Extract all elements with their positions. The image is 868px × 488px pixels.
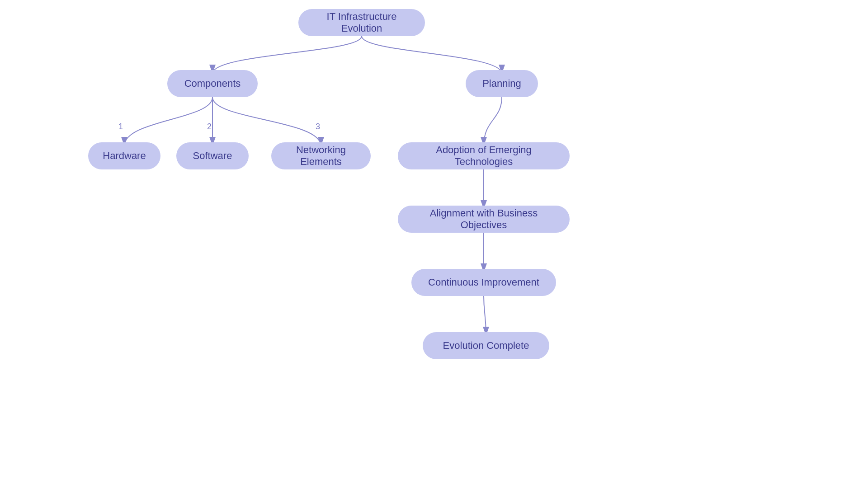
node-alignment: Alignment with Business Objectives	[398, 206, 570, 233]
diagram: IT Infrastructure EvolutionComponentsPla…	[0, 0, 868, 488]
node-evolution: Evolution Complete	[423, 332, 549, 359]
connectors-svg	[0, 0, 868, 488]
node-hardware: Hardware	[88, 142, 160, 169]
node-networking: Networking Elements	[271, 142, 371, 169]
node-components: Components	[167, 70, 258, 97]
branch-label-2: 2	[207, 122, 212, 131]
node-root: IT Infrastructure Evolution	[298, 9, 425, 36]
node-continuous: Continuous Improvement	[411, 269, 556, 296]
node-software: Software	[176, 142, 249, 169]
branch-label-3: 3	[316, 122, 320, 131]
branch-label-1: 1	[118, 122, 123, 131]
node-planning: Planning	[466, 70, 538, 97]
node-emerging: Adoption of Emerging Technologies	[398, 142, 570, 169]
